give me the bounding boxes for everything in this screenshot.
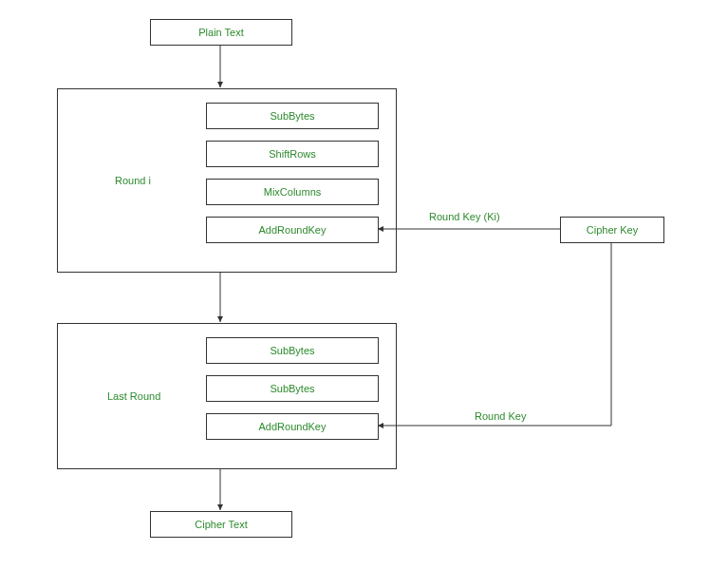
last-round-label: Last Round: [107, 390, 160, 402]
last-round-step-subbytes2-label: SubBytes: [270, 383, 314, 394]
round-i-step-mixcolumns-label: MixColumns: [264, 186, 322, 198]
last-round-step-addroundkey-label: AddRoundKey: [259, 421, 327, 432]
round-i-step-subbytes: SubBytes: [206, 103, 379, 129]
round-i-label: Round i: [115, 175, 151, 186]
roundkey-last-label: Round Key: [475, 410, 526, 422]
round-i-step-mixcolumns: MixColumns: [206, 179, 379, 205]
last-round-step-subbytes2: SubBytes: [206, 375, 379, 402]
last-round-step-subbytes1: SubBytes: [206, 337, 379, 364]
roundkey-i-label: Round Key (Ki): [429, 211, 500, 222]
cipherkey-box: Cipher Key: [560, 217, 664, 243]
arrow-cipherkey-to-lastround-addroundkey: [378, 242, 611, 426]
arrows-layer: [0, 0, 728, 569]
cipherkey-label: Cipher Key: [587, 224, 638, 236]
last-round-step-subbytes1-label: SubBytes: [270, 345, 314, 356]
round-i-step-shiftrows: ShiftRows: [206, 141, 379, 167]
ciphertext-box: Cipher Text: [150, 511, 292, 538]
round-i-step-subbytes-label: SubBytes: [270, 110, 314, 122]
ciphertext-label: Cipher Text: [195, 519, 247, 530]
round-i-container: Round i SubBytes ShiftRows MixColumns Ad…: [57, 88, 397, 273]
plaintext-box: Plain Text: [150, 19, 292, 46]
round-i-step-addroundkey: AddRoundKey: [206, 217, 379, 243]
last-round-step-addroundkey: AddRoundKey: [206, 413, 379, 440]
round-i-step-addroundkey-label: AddRoundKey: [259, 224, 327, 236]
plaintext-label: Plain Text: [198, 27, 244, 38]
round-i-step-shiftrows-label: ShiftRows: [269, 148, 316, 160]
last-round-container: Last Round SubBytes SubBytes AddRoundKey: [57, 323, 397, 469]
